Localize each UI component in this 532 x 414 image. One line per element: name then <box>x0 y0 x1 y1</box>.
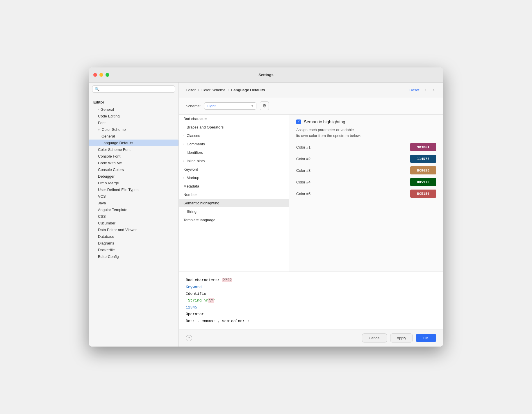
title-bar: Settings <box>89 67 443 83</box>
list-item-identifiers[interactable]: › Identifiers <box>179 148 289 157</box>
sidebar-item-user-defined[interactable]: User-Defined File Types <box>89 186 178 193</box>
sidebar-item-label: VCS <box>98 194 106 199</box>
breadcrumb-editor: Editor <box>186 88 196 92</box>
semantic-checkbox[interactable] <box>296 119 301 124</box>
list-item-label: Identifiers <box>187 150 203 155</box>
scheme-value: Light <box>207 104 215 108</box>
list-item-comments[interactable]: › Comments <box>179 140 289 148</box>
chevron-icon: › <box>183 176 184 179</box>
sidebar-item-dockerfile[interactable]: Dockerfile <box>89 247 178 253</box>
sidebar-item-diff-merge[interactable]: Diff & Merge <box>89 180 178 186</box>
color-swatch-1[interactable]: 9B3B6A <box>410 143 436 151</box>
ok-button[interactable]: OK <box>416 334 436 342</box>
dropdown-arrow-icon: ▾ <box>251 104 253 108</box>
sidebar-item-label: Console Font <box>98 154 120 158</box>
sidebar-item-diagrams[interactable]: Diagrams <box>89 240 178 247</box>
main-area: Editor › Color Scheme › Language Default… <box>179 83 443 347</box>
scheme-gear-button[interactable]: ⚙ <box>260 101 269 110</box>
forward-button[interactable]: › <box>431 87 436 93</box>
preview-keyword-text: Keyword <box>186 285 202 289</box>
cancel-button[interactable]: Cancel <box>362 333 387 342</box>
sidebar-scroll: Editor › General Code Editing Font ∨ Col <box>89 96 178 347</box>
list-item-classes[interactable]: › Classes <box>179 131 289 140</box>
list-item-number[interactable]: Number <box>179 190 289 199</box>
color-row-2: Color #2 114D77 <box>296 155 436 163</box>
preview-line-bad-chars: Bad characters: ???? <box>186 277 436 283</box>
sidebar-item-data-editor[interactable]: Data Editor and Viewer <box>89 226 178 233</box>
sidebar-item-console-colors[interactable]: Console Colors <box>89 166 178 173</box>
sidebar-item-code-with-me[interactable]: Code With Me <box>89 160 178 166</box>
close-button[interactable] <box>93 73 97 77</box>
sidebar-item-label: Code Editing <box>98 114 119 118</box>
list-item-template-language[interactable]: Template language <box>179 216 289 224</box>
back-button[interactable]: ‹ <box>423 87 428 93</box>
list-item-label: Markup <box>187 176 199 180</box>
search-wrap[interactable]: 🔍 <box>92 85 175 93</box>
list-item-semantic-highlighting[interactable]: Semantic highlighting <box>179 199 289 207</box>
list-item-label: Inline hints <box>187 159 205 163</box>
preview-number-text: 12345 <box>186 305 197 310</box>
window-title: Settings <box>258 73 273 77</box>
sidebar-item-general[interactable]: › General <box>89 106 178 113</box>
list-item-inline-hints[interactable]: › Inline hints <box>179 157 289 165</box>
color-swatch-4[interactable]: 005910 <box>410 178 436 186</box>
sidebar-item-label: Diagrams <box>98 241 114 245</box>
sidebar-item-editorconfig[interactable]: EditorConfig <box>89 253 178 260</box>
list-item-metadata[interactable]: Metadata <box>179 182 289 190</box>
color-swatch-3[interactable]: BC8650 <box>410 166 436 174</box>
sidebar-item-label: EditorConfig <box>98 254 119 259</box>
color-label-4: Color #4 <box>296 180 310 184</box>
breadcrumb-sep-1: › <box>198 88 199 92</box>
sidebar-item-label: User-Defined File Types <box>98 188 138 192</box>
color-row-4: Color #4 005910 <box>296 178 436 186</box>
search-icon: 🔍 <box>95 87 99 91</box>
bottom-bar: ? Cancel Apply OK <box>179 329 443 347</box>
reset-button[interactable]: Reset <box>409 88 419 92</box>
sidebar-item-code-editing[interactable]: Code Editing <box>89 113 178 119</box>
list-item-braces[interactable]: › Braces and Operators <box>179 123 289 131</box>
list-item-label: Bad character <box>183 117 207 121</box>
color-label-3: Color #3 <box>296 168 310 173</box>
color-swatch-2[interactable]: 114D77 <box>410 155 436 163</box>
sidebar-item-label: Console Colors <box>98 167 124 172</box>
sidebar-item-css[interactable]: CSS <box>89 213 178 220</box>
sidebar-item-database[interactable]: Database <box>89 233 178 240</box>
sidebar-item-vcs[interactable]: VCS <box>89 193 178 200</box>
sidebar-item-cucumber[interactable]: Cucumber <box>89 220 178 226</box>
color-label-2: Color #2 <box>296 157 310 161</box>
help-button[interactable]: ? <box>186 335 192 341</box>
list-item-markup[interactable]: › Markup <box>179 174 289 182</box>
sidebar-item-angular[interactable]: Angular Template <box>89 206 178 213</box>
maximize-button[interactable] <box>106 73 109 77</box>
minimize-button[interactable] <box>99 73 103 77</box>
sidebar-item-font[interactable]: Font <box>89 119 178 126</box>
chevron-icon: › <box>183 160 184 163</box>
sidebar-item-label: Cucumber <box>98 221 115 225</box>
search-input[interactable] <box>101 87 172 91</box>
list-item-keyword[interactable]: Keyword <box>179 165 289 174</box>
sidebar-item-java[interactable]: Java <box>89 200 178 206</box>
sidebar-item-console-font[interactable]: Console Font <box>89 153 178 160</box>
list-item-bad-character[interactable]: Bad character <box>179 115 289 123</box>
list-item-label: Number <box>183 192 197 197</box>
sidebar-item-label: Data Editor and Viewer <box>98 228 137 232</box>
sidebar-item-label: Dockerfile <box>98 248 115 252</box>
semantic-header: Semantic highlighting <box>296 119 436 124</box>
sidebar-item-debugger[interactable]: Debugger <box>89 173 178 180</box>
color-swatch-5[interactable]: BC5150 <box>410 190 436 198</box>
sidebar-item-cs-general[interactable]: General <box>89 133 178 140</box>
semantic-title: Semantic highlighting <box>304 119 345 124</box>
list-item-label: String <box>187 209 197 214</box>
preview-identifier-text: Identifier <box>186 292 208 296</box>
preview-string-text: 'String \n\?' <box>186 298 216 303</box>
apply-button[interactable]: Apply <box>390 333 413 342</box>
sidebar-item-label: Code With Me <box>98 161 122 165</box>
sidebar-item-color-scheme[interactable]: ∨ Color Scheme <box>89 126 178 133</box>
sidebar-item-language-defaults[interactable]: Language Defaults <box>89 140 178 146</box>
sidebar: 🔍 Editor › General Code Editing Font <box>89 83 179 347</box>
sidebar-item-label: General <box>101 134 115 138</box>
list-item-string[interactable]: › String <box>179 207 289 216</box>
sidebar-item-color-scheme-font[interactable]: Color Scheme Font <box>89 146 178 153</box>
right-panel: Semantic highlighting Assign each parame… <box>289 115 443 272</box>
scheme-dropdown[interactable]: Light ▾ <box>204 102 256 110</box>
